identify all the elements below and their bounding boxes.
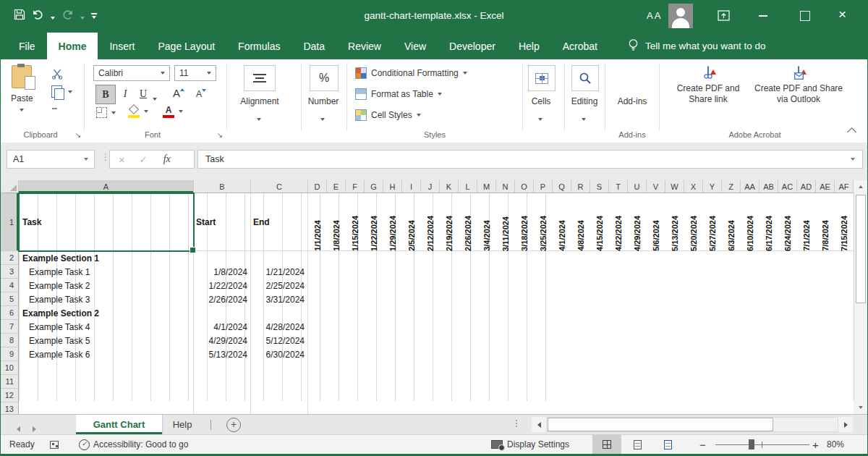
column-header-af[interactable]: AF xyxy=(835,180,854,193)
column-header-c[interactable]: C xyxy=(251,180,308,193)
number-format-icon[interactable]: % xyxy=(310,65,339,91)
add-ins-button[interactable]: Add-ins xyxy=(610,96,654,106)
start-cell-row8[interactable]: 4/29/2024 xyxy=(194,334,251,347)
sheet-tab-help[interactable]: Help xyxy=(162,415,203,434)
name-box[interactable]: A1 xyxy=(7,150,95,169)
column-header-r[interactable]: R xyxy=(571,180,590,193)
vscroll-up-icon[interactable] xyxy=(854,180,867,193)
display-settings-button[interactable]: Display Settings xyxy=(507,435,569,454)
task-cell-row4[interactable]: Example Task 2 xyxy=(19,279,194,292)
date-header-cell[interactable]: 7/15/2024 xyxy=(835,193,854,251)
row-header-6[interactable]: 6 xyxy=(1,306,19,320)
column-header-m[interactable]: M xyxy=(477,180,496,193)
zoom-slider-track[interactable] xyxy=(715,444,809,445)
column-header-f[interactable]: F xyxy=(346,180,365,193)
cell-c1-end[interactable]: End xyxy=(251,193,308,251)
date-header-cell[interactable]: 3/4/2024 xyxy=(477,193,496,251)
date-header-cell[interactable]: 3/11/2024 xyxy=(496,193,515,251)
ribbon-tab-insert[interactable]: Insert xyxy=(98,33,146,59)
hscroll-left-icon[interactable] xyxy=(532,417,546,432)
minimize-button[interactable] xyxy=(759,15,767,17)
task-cell-row5[interactable]: Example Task 3 xyxy=(19,292,194,306)
date-header-cell[interactable]: 4/8/2024 xyxy=(571,193,590,251)
column-header-y[interactable]: Y xyxy=(703,180,722,193)
zoom-out-button[interactable]: − xyxy=(699,435,706,454)
view-page-layout-button[interactable] xyxy=(623,435,652,454)
column-header-q[interactable]: Q xyxy=(553,180,571,193)
end-cell-row8[interactable]: 5/12/2024 xyxy=(251,334,308,347)
end-cell-row4[interactable]: 2/25/2024 xyxy=(251,279,308,292)
bold-button[interactable]: B xyxy=(95,85,116,104)
alignment-button[interactable]: Alignment xyxy=(229,96,290,106)
row-header-7[interactable]: 7 xyxy=(1,320,19,334)
cut-button[interactable] xyxy=(51,68,63,82)
end-cell-row3[interactable]: 1/21/2024 xyxy=(251,265,308,279)
row-header-5[interactable]: 5 xyxy=(1,292,19,306)
date-header-cell[interactable]: 7/8/2024 xyxy=(816,193,835,251)
hscroll-right-icon[interactable] xyxy=(838,417,853,432)
alignment-dropdown-icon[interactable] xyxy=(257,113,261,123)
zoom-in-button[interactable]: + xyxy=(812,435,819,454)
column-header-t[interactable]: T xyxy=(609,180,628,193)
font-dialog-launcher[interactable]: ↘ xyxy=(216,131,224,140)
column-header-o[interactable]: O xyxy=(515,180,534,193)
enter-icon[interactable]: ✓ xyxy=(140,154,148,165)
date-header-cell[interactable]: 1/29/2024 xyxy=(383,193,402,251)
fill-handle[interactable] xyxy=(190,247,196,253)
start-cell-row9[interactable]: 5/13/2024 xyxy=(194,347,251,361)
end-cell-row9[interactable]: 6/30/2024 xyxy=(251,347,308,361)
create-pdf-share-link-button[interactable]: Create PDF and Share link xyxy=(668,67,749,105)
date-header-cell[interactable]: 4/15/2024 xyxy=(590,193,609,251)
ribbon-tab-view[interactable]: View xyxy=(393,33,438,59)
date-header-cell[interactable]: 5/6/2024 xyxy=(647,193,665,251)
column-header-k[interactable]: K xyxy=(440,180,459,193)
column-header-ae[interactable]: AE xyxy=(816,180,835,193)
date-header-cell[interactable]: 5/20/2024 xyxy=(684,193,703,251)
task-cell-row3[interactable]: Example Task 1 xyxy=(19,265,194,279)
row-header-12[interactable]: 12 xyxy=(1,389,19,402)
zoom-level[interactable]: 80% xyxy=(827,435,844,454)
cells-icon[interactable] xyxy=(528,65,556,91)
column-header-n[interactable]: N xyxy=(496,180,515,193)
start-cell-row5[interactable]: 2/26/2024 xyxy=(194,292,251,306)
avatar[interactable] xyxy=(668,4,693,28)
date-header-cell[interactable]: 7/1/2024 xyxy=(797,193,816,251)
column-header-h[interactable]: H xyxy=(383,180,402,193)
date-header-cell[interactable]: 4/29/2024 xyxy=(628,193,647,251)
decrease-font-button[interactable]: A xyxy=(196,89,206,99)
task-cell-row8[interactable]: Example Task 5 xyxy=(19,334,194,347)
end-cell-row5[interactable]: 3/31/2024 xyxy=(251,292,308,306)
column-header-w[interactable]: W xyxy=(665,180,684,193)
start-cell-row3[interactable]: 1/8/2024 xyxy=(194,265,251,279)
date-header-cell[interactable]: 6/24/2024 xyxy=(778,193,797,251)
column-header-v[interactable]: V xyxy=(647,180,665,193)
date-header-cell[interactable]: 6/10/2024 xyxy=(741,193,760,251)
column-header-b[interactable]: B xyxy=(194,180,251,193)
insert-function-icon[interactable]: fx xyxy=(163,153,171,165)
maximize-button[interactable] xyxy=(800,11,810,21)
column-header-s[interactable]: S xyxy=(590,180,609,193)
number-button[interactable]: Number xyxy=(301,96,346,106)
row-header-8[interactable]: 8 xyxy=(1,334,19,347)
column-header-ab[interactable]: AB xyxy=(760,180,778,193)
ribbon-tab-page-layout[interactable]: Page Layout xyxy=(146,33,226,59)
new-sheet-button[interactable]: + xyxy=(226,418,241,432)
row-header-9[interactable]: 9 xyxy=(1,347,19,361)
date-header-cell[interactable]: 1/8/2024 xyxy=(327,193,346,251)
close-button[interactable]: × xyxy=(838,7,846,22)
row-header-13[interactable]: 13 xyxy=(1,402,19,414)
date-header-cell[interactable]: 1/1/2024 xyxy=(308,193,327,251)
task-cell-row9[interactable]: Example Task 6 xyxy=(19,347,194,361)
column-header-aa[interactable]: AA xyxy=(741,180,760,193)
ribbon-tab-review[interactable]: Review xyxy=(336,33,393,59)
macro-record-icon[interactable] xyxy=(50,435,59,454)
end-cell-row7[interactable]: 4/28/2024 xyxy=(251,320,308,334)
ribbon-tab-developer[interactable]: Developer xyxy=(438,33,507,59)
column-header-p[interactable]: P xyxy=(534,180,553,193)
column-header-a[interactable]: A xyxy=(19,180,194,193)
tab-scroll-splitter[interactable] xyxy=(516,420,517,427)
date-header-cell[interactable]: 2/19/2024 xyxy=(440,193,459,251)
view-normal-button[interactable] xyxy=(592,435,621,454)
task-cell-row6[interactable]: Example Section 2 xyxy=(19,306,194,320)
date-header-cell[interactable]: 2/26/2024 xyxy=(459,193,477,251)
